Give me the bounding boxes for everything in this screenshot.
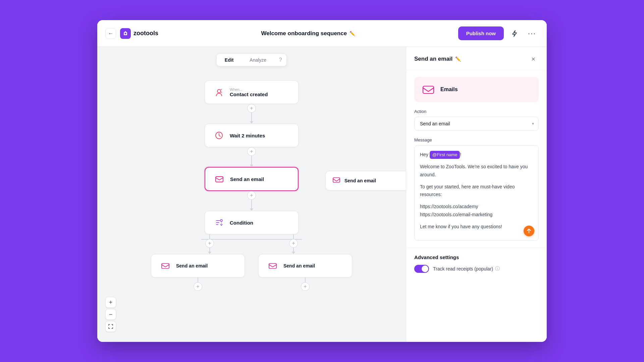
connector-2: + [247,147,256,167]
send-email-left-icon [159,260,171,272]
zoom-in-button[interactable]: + [105,297,116,308]
action-select-wrapper: Send an email ▾ [414,117,539,131]
lightning-button[interactable] [508,27,521,40]
send-email-right-label: Send an email [283,263,315,268]
add-sub-left[interactable]: + [194,282,202,291]
advanced-settings: Advanced settings Track read receipts (p… [406,247,547,280]
connector-3: + [247,191,256,211]
svg-rect-9 [423,86,434,94]
add-node-3[interactable]: + [247,191,256,200]
title-edit-icon[interactable]: ✏️ [350,31,355,36]
add-sub-right[interactable]: + [301,282,310,291]
connector-line-3 [251,200,252,209]
panel-title: Send an email [414,56,452,62]
send-email-left-label: Send an email [176,263,208,268]
tab-help-icon[interactable]: ? [274,54,286,66]
email-section-label: Emails [440,86,458,93]
connector-line-2 [251,156,252,165]
panel-edit-icon[interactable]: ✏️ [455,56,461,62]
svg-point-1 [217,89,221,93]
toggle-knob [422,265,428,272]
connector-line-1 [251,113,252,122]
message-label: Message [414,137,539,142]
condition-label: Condition [230,220,253,226]
message-text: Hey @First name! Welcome to ZooTools. We… [420,151,533,231]
message-box[interactable]: Hey @First name! Welcome to ZooTools. We… [414,145,539,241]
sub-connectors: + + [151,278,352,291]
more-button[interactable]: ··· [525,27,539,40]
arrow-3 [250,208,253,211]
send-email-main-label: Send an email [230,176,264,182]
add-node-1[interactable]: + [247,104,256,113]
action-label: Action [414,109,539,114]
right-panel: Send an email ✏️ × Emails [406,47,547,342]
svg-point-4 [220,220,222,222]
arrow-2 [250,165,253,167]
panel-header: Send an email ✏️ × [406,47,547,70]
app-name: zootools [133,30,158,37]
wait-icon [213,129,225,141]
publish-button[interactable]: Publish now [458,26,504,40]
send-email-far-right-node[interactable]: Send an email [325,171,406,190]
header: ← zootools Welcome onboarding sequence ✏… [97,20,547,47]
header-center: Welcome onboarding sequence ✏️ [158,30,458,37]
tab-bar: Edit Analyze ? [216,54,287,66]
arrow-1 [250,121,253,124]
email-section: Emails [414,77,539,102]
svg-rect-7 [269,263,276,268]
arrow-branch-right [292,252,295,254]
zoom-controls: + − [105,297,116,332]
send-email-far-right-icon [332,176,340,185]
zoom-fit-button[interactable] [105,321,116,332]
message-field: Message Hey @First name! Welcome to ZooT… [414,137,539,241]
send-email-main-node[interactable]: Send an email [205,167,299,191]
logo-icon [120,28,131,39]
send-email-left-node[interactable]: Send an email [151,254,245,278]
arrow-branch-left [208,252,211,254]
panel-body: Emails Action Send an email ▾ Message [406,70,547,247]
condition-node[interactable]: Condition [205,211,299,234]
send-email-right-node[interactable]: Send an email [258,254,352,278]
add-node-2[interactable]: + [247,147,256,156]
action-select[interactable]: Send an email [414,117,539,131]
add-branch-right[interactable]: + [289,239,298,248]
trigger-text: When... Contact created [230,87,268,97]
track-receipts-toggle[interactable] [414,265,429,273]
trigger-node[interactable]: When... Contact created [205,80,299,104]
first-name-tag[interactable]: @First name [430,151,460,159]
tab-analyze[interactable]: Analyze [241,54,274,66]
svg-point-0 [125,33,126,34]
send-fab-button[interactable] [524,226,534,236]
action-field: Action Send an email ▾ [414,109,539,131]
panel-title-row: Send an email ✏️ [414,56,461,62]
branch-nodes: Send an email Send an email [151,254,352,278]
wait-label: Wait 2 minutes [230,133,265,138]
main-area: Edit Analyze ? When... [97,47,547,342]
branch-area: + + [158,234,345,291]
email-big-icon [421,82,436,97]
svg-rect-6 [162,263,169,268]
zoom-out-button[interactable]: − [105,309,116,320]
info-icon[interactable]: ⓘ [495,266,500,272]
header-left: ← zootools [105,28,158,39]
connector-1: + [247,104,256,124]
advanced-title: Advanced settings [414,254,539,260]
send-email-right-icon [267,260,279,272]
wait-node[interactable]: Wait 2 minutes [205,124,299,147]
trigger-icon [213,86,225,98]
logo: zootools [120,28,158,39]
tab-edit[interactable]: Edit [217,54,241,66]
svg-rect-8 [333,178,340,182]
back-button[interactable]: ← [105,28,116,39]
condition-icon [213,217,225,229]
header-right: Publish now ··· [458,26,539,40]
svg-rect-3 [216,177,223,182]
send-email-main-icon [213,173,225,185]
toggle-row: Track read receipts (popular) ⓘ [414,265,539,273]
add-branch-left[interactable]: + [205,239,214,248]
panel-close-button[interactable]: × [528,54,539,64]
canvas: Edit Analyze ? When... [97,47,406,342]
select-chevron-icon: ▾ [532,121,534,126]
send-email-far-right-label: Send an email [344,178,376,183]
page-title: Welcome onboarding sequence [261,30,347,37]
